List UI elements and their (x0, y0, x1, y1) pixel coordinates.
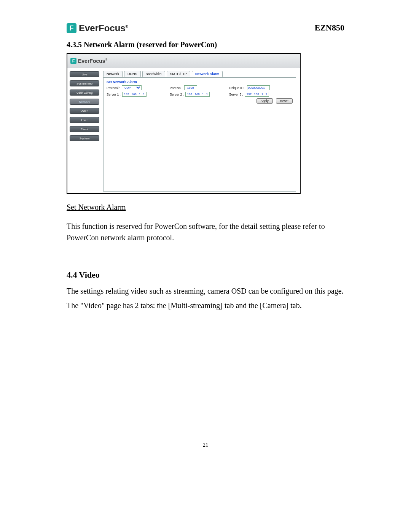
reset-button[interactable]: Reset (276, 98, 293, 104)
network-alarm-screenshot: F EverFocus® Live System Info User Confi… (67, 53, 301, 194)
sidebar-item-live[interactable]: Live (70, 71, 99, 77)
sidebar-item-video[interactable]: Video (70, 108, 99, 114)
port-input[interactable] (184, 85, 197, 90)
tab-ddns[interactable]: DDNS (124, 71, 141, 77)
section-44-para2: The "Video" page has 2 tabs: the [Multi-… (67, 300, 344, 311)
uniqueid-label: Unique ID : (229, 86, 245, 90)
app-topbar: F EverFocus® (67, 54, 300, 68)
model-number: EZN850 (315, 23, 344, 34)
app-registered-mark: ® (105, 58, 107, 61)
server3-ip-input[interactable]: 192.168.1.1 (245, 92, 269, 97)
brand-logo: F EverFocus® (67, 23, 128, 34)
tab-network-alarm[interactable]: Network Alarm (192, 71, 223, 77)
server3-label: Server 3 : (229, 93, 243, 96)
sidebar-item-network[interactable]: Network (70, 99, 99, 105)
panel-title: Set Network Alarm (107, 80, 293, 84)
section-44-heading: 4.4 Video (67, 270, 344, 280)
registered-mark: ® (126, 24, 128, 29)
tab-network[interactable]: Network (103, 71, 123, 77)
server2-ip-input[interactable]: 192.168.1.1 (185, 92, 210, 97)
sidebar-item-user[interactable]: User (70, 117, 99, 123)
tab-bar: Network DDNS Bandwidth SMTP/FTP Network … (103, 70, 296, 77)
sidebar-item-system-info[interactable]: System Info (70, 80, 99, 86)
section-44-para1: The settings relating video such as stre… (67, 285, 344, 297)
sidebar-item-event[interactable]: Event (70, 126, 99, 132)
protocol-select[interactable]: UDP (122, 85, 142, 90)
brand-logo-icon: F (67, 23, 76, 33)
app-logo-text: EverFocus® (78, 58, 107, 64)
protocol-label: Protocol : (107, 86, 120, 90)
sidebar-item-user-config[interactable]: User Config (70, 89, 99, 96)
app-brand-name: EverFocus (78, 58, 105, 64)
set-network-alarm-subhead: Set Network Alarm (67, 201, 344, 213)
port-label: Port No : (170, 86, 183, 90)
uniqueid-input[interactable] (247, 85, 270, 90)
server1-ip-input[interactable]: 192.168.1.1 (122, 92, 147, 97)
section-435-heading: 4.3.5 Network Alarm (reserved for PowerC… (67, 40, 344, 49)
page-header: F EverFocus® EZN850 (67, 23, 344, 34)
server2-label: Server 2 : (170, 93, 184, 96)
brand-logo-text: EverFocus® (79, 23, 128, 34)
brand-name: EverFocus (79, 23, 126, 33)
main-panel: Network DDNS Bandwidth SMTP/FTP Network … (102, 68, 300, 193)
tab-bandwidth[interactable]: Bandwidth (142, 71, 165, 77)
tab-smtp-ftp[interactable]: SMTP/FTP (167, 71, 191, 77)
sidebar-item-system[interactable]: System (70, 135, 99, 141)
apply-button[interactable]: Apply (256, 98, 273, 104)
settings-panel: Set Network Alarm Protocol : UDP Port No… (103, 77, 296, 192)
app-logo-icon: F (70, 58, 76, 64)
section-435-paragraph: This function is reserved for PowerCon s… (67, 220, 344, 243)
sidebar: Live System Info User Config Network Vid… (67, 68, 102, 193)
server1-label: Server 1 : (107, 93, 121, 96)
page-number: 21 (0, 442, 411, 448)
